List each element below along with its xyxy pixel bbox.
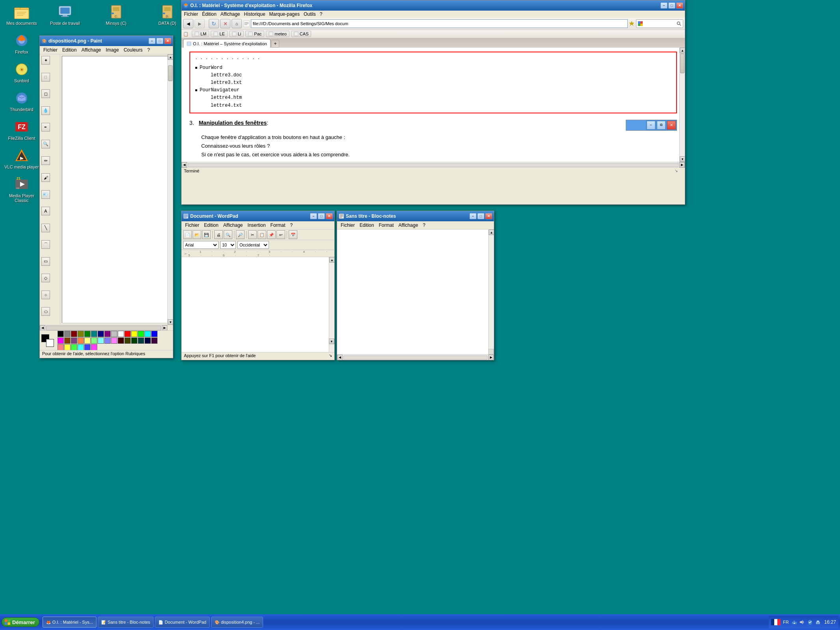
color-swatch[interactable] [91,331,97,337]
bookmark-cas[interactable]: CAS [291,31,312,37]
bookmark-pac[interactable]: Pac [245,31,264,37]
scroll-thumb[interactable] [680,54,684,73]
paint-menu-affichage[interactable]: Affichage [80,47,103,53]
browser-back[interactable]: ◀ [183,19,193,28]
paint-close[interactable]: ✕ [164,38,171,44]
notepad-menu-help[interactable]: ? [421,222,428,228]
browser-menu-marque[interactable]: Marque-pages [269,11,300,17]
paint-menu-fichier[interactable]: Fichier [41,47,59,53]
browser-maximize[interactable]: □ [668,2,675,9]
browser-menu-outils[interactable]: Outils [304,11,316,17]
bookmark-li[interactable]: Li [229,31,244,37]
scroll-thumb[interactable] [168,65,172,81]
demo-close-btn[interactable]: ✕ [667,121,676,130]
paint-menu-image[interactable]: Image [104,47,121,53]
browser-menu-edition[interactable]: Édition [202,11,217,17]
color-swatch[interactable] [78,344,84,350]
wordpad-content-area[interactable] [182,257,329,352]
notepad-minimize[interactable]: − [469,213,477,219]
paint-tool-roundrect[interactable]: ⬭ [41,307,50,316]
notepad-scrollbar-h[interactable]: ◀ ▶ [337,354,494,360]
browser-forward[interactable]: ▶ [195,19,205,28]
browser-tab-active[interactable]: O.I. : Matériel – Système d'exploitation [183,39,271,48]
color-swatch[interactable] [151,337,158,344]
desktop-icon-poste-travail[interactable]: Poste de travail [47,4,83,26]
demo-minimize-btn[interactable]: − [647,121,655,130]
color-swatch[interactable] [98,331,104,337]
desktop-icon-minsys[interactable]: C: Minsys (C) [98,4,134,26]
color-swatch[interactable] [57,337,64,344]
paint-tool-curve[interactable]: ⌒ [41,240,50,249]
bookmark-lm[interactable]: LM [192,31,209,37]
color-swatch[interactable] [57,331,64,337]
color-swatch[interactable] [118,331,124,337]
paint-maximize[interactable]: □ [156,38,163,44]
color-swatch[interactable] [71,331,77,337]
desktop-icon-vlc[interactable]: ▶ VLC media player [4,148,39,169]
notepad-menu-format[interactable]: Format [377,222,396,228]
paint-bg-color[interactable] [46,339,54,347]
color-swatch[interactable] [64,337,70,344]
paint-tool-line[interactable]: ╲ [41,224,50,232]
color-swatch[interactable] [111,331,117,337]
scroll-down[interactable]: ▼ [680,156,685,162]
wordpad-size-select[interactable]: 10 [220,241,236,249]
scroll-up[interactable]: ▲ [680,48,685,53]
browser-resize-handle[interactable]: ↘ [675,169,678,173]
wordpad-font-select[interactable]: Arial [183,241,219,249]
wordpad-menu-help[interactable]: ? [288,222,295,228]
color-swatch[interactable] [84,344,91,350]
wordpad-menu-insertion[interactable]: Insertion [246,222,268,228]
color-swatch[interactable] [91,337,97,344]
color-swatch[interactable] [84,331,91,337]
wp-undo[interactable]: ↩ [276,230,285,239]
browser-scrollbar-v[interactable]: ▲ ▼ [679,48,685,162]
browser-menu-historique[interactable]: Historique [244,11,265,17]
paint-tool-pencil[interactable]: ✏ [41,156,50,165]
scroll-down[interactable]: ▼ [168,319,173,325]
color-swatch[interactable] [104,337,111,344]
paint-minimize[interactable]: − [148,38,156,44]
color-swatch[interactable] [124,337,131,344]
browser-stop[interactable]: ✕ [220,19,230,28]
demo-restore-btn[interactable]: ⧉ [657,121,666,130]
color-swatch[interactable] [138,337,144,344]
scroll-up[interactable]: ▲ [329,257,334,263]
desktop-icon-data[interactable]: D: DATA (D) [150,4,185,26]
h-scroll-thumb[interactable] [188,163,679,167]
color-swatch[interactable] [64,331,70,337]
wp-paste[interactable]: 📌 [267,230,276,239]
color-swatch[interactable] [138,331,144,337]
paint-tool-text[interactable]: A [41,207,50,215]
notepad-menu-edition[interactable]: Edition [358,222,376,228]
color-swatch[interactable] [145,337,151,344]
paint-tool-fill[interactable]: 💧 [41,106,50,115]
browser-home[interactable]: ⌂ [232,19,242,28]
desktop-icon-sunbird[interactable]: ☀ Sunbird [4,61,39,83]
color-swatch[interactable] [78,337,84,344]
paint-tool-polygon[interactable]: ◇ [41,274,50,282]
bookmark-le[interactable]: LE [211,31,227,37]
h-scroll-right[interactable]: ▶ [488,355,494,360]
color-swatch[interactable] [124,331,131,337]
color-swatch[interactable] [64,344,70,350]
color-swatch[interactable] [78,331,84,337]
wp-cut[interactable]: ✂ [248,230,257,239]
paint-tool-select-rect[interactable]: ⬚ [41,73,50,82]
color-swatch[interactable] [91,344,97,350]
color-swatch[interactable] [111,337,117,344]
wp-preview[interactable]: 🔍 [224,230,232,239]
browser-menu-affichage[interactable]: Affichage [221,11,240,17]
color-swatch[interactable] [131,331,137,337]
scroll-up[interactable]: ▲ [489,230,494,235]
taskbar-item-3[interactable]: 🎨disposition4.png - ... [211,617,263,628]
paint-tool-rect-shape[interactable]: ▭ [41,257,50,266]
wp-new[interactable]: 📄 [183,230,192,239]
paint-menu-edition[interactable]: Edition [60,47,79,53]
scroll-left[interactable]: ◀ [40,325,45,331]
paint-tool-airbrush[interactable]: 💨 [41,190,50,199]
wordpad-encoding-select[interactable]: Occidental [237,241,269,249]
wordpad-menu-affichage[interactable]: Affichage [221,222,245,228]
wordpad-menu-format[interactable]: Format [269,222,287,228]
browser-close[interactable]: ✕ [676,2,683,9]
